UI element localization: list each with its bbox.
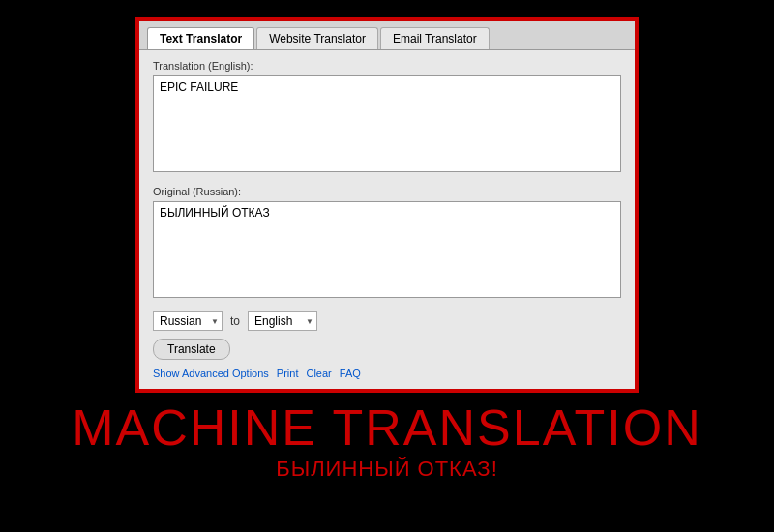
faq-link[interactable]: FAQ: [340, 368, 361, 379]
clear-link[interactable]: Clear: [306, 368, 331, 379]
translation-output[interactable]: [153, 75, 621, 172]
from-language-select[interactable]: Russian English Spanish French: [153, 311, 223, 331]
show-advanced-options-link[interactable]: Show Advanced Options: [153, 368, 269, 379]
controls-row: Russian English Spanish French to Englis…: [153, 311, 621, 331]
original-label: Original (Russian):: [153, 186, 621, 197]
tab-bar: Text Translator Website Translator Email…: [139, 21, 635, 50]
tab-website-translator[interactable]: Website Translator: [256, 27, 378, 49]
to-language-wrapper: English Russian Spanish French: [248, 311, 317, 331]
content-area: Translation (English): Original (Russian…: [139, 50, 635, 389]
print-link[interactable]: Print: [277, 368, 299, 379]
tab-email-translator[interactable]: Email Translator: [380, 27, 490, 49]
tab-text-translator[interactable]: Text Translator: [147, 27, 254, 49]
translate-button[interactable]: Translate: [153, 339, 230, 360]
to-language-select[interactable]: English Russian Spanish French: [248, 311, 317, 331]
bottom-section: MACHINE TRANSLATION БЫЛИННЫЙ ОТКАЗ!: [72, 402, 702, 482]
subtitle: БЫЛИННЫЙ ОТКАЗ!: [72, 457, 702, 482]
translation-label: Translation (English):: [153, 60, 621, 72]
to-label: to: [230, 314, 240, 328]
headline: MACHINE TRANSLATION: [72, 402, 702, 453]
original-input[interactable]: [153, 201, 621, 298]
from-language-wrapper: Russian English Spanish French: [153, 311, 223, 331]
translator-widget: Text Translator Website Translator Email…: [135, 17, 639, 393]
links-row: Show Advanced Options Print Clear FAQ: [153, 368, 621, 379]
